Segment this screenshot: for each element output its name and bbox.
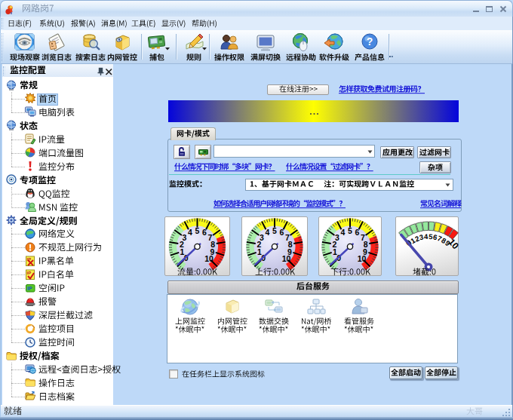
- svg-text:3: 3: [260, 233, 264, 242]
- svg-text:6: 6: [355, 228, 360, 237]
- svg-text:6: 6: [280, 228, 284, 237]
- svg-text:?: ?: [367, 35, 373, 48]
- svg-text:10: 10: [358, 254, 367, 263]
- svg-text:3: 3: [183, 233, 187, 242]
- svg-text:IP: IP: [27, 286, 32, 291]
- svg-text:10: 10: [204, 254, 213, 263]
- svg-text:5: 5: [348, 226, 352, 235]
- svg-text:4: 4: [341, 228, 346, 237]
- svg-text:4: 4: [188, 228, 192, 237]
- svg-text:IP: IP: [27, 271, 32, 275]
- svg-text:5: 5: [195, 226, 200, 235]
- svg-text:3: 3: [335, 233, 339, 242]
- svg-text:4: 4: [266, 228, 270, 237]
- svg-text:6: 6: [202, 228, 207, 237]
- svg-text:10: 10: [282, 254, 291, 263]
- svg-text:5: 5: [272, 226, 277, 235]
